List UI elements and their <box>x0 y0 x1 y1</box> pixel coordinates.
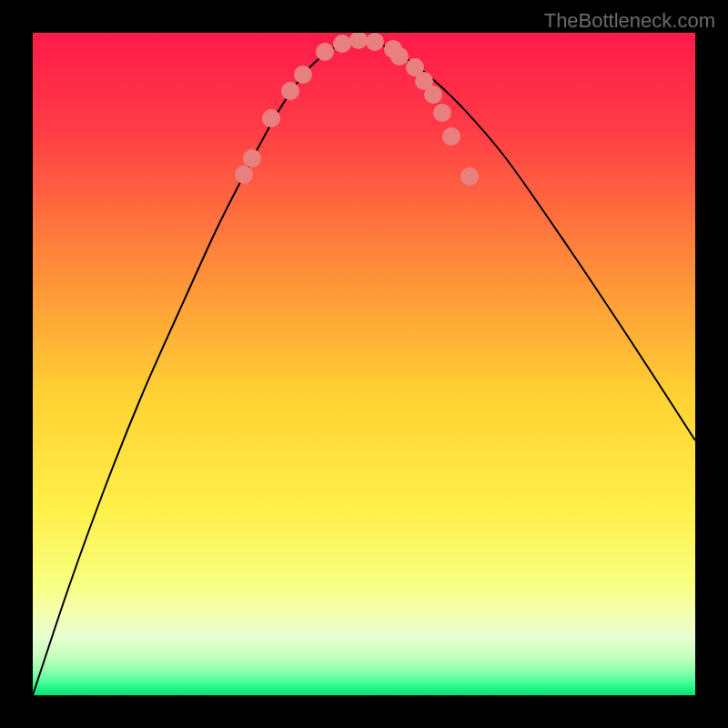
data-marker <box>316 43 334 61</box>
chart-container: TheBottleneck.com <box>0 0 728 728</box>
data-marker <box>424 86 442 104</box>
curve-series <box>33 40 695 695</box>
marker-series <box>235 33 479 186</box>
data-marker <box>390 47 409 66</box>
data-marker <box>281 82 299 100</box>
data-marker <box>460 167 479 186</box>
chart-svg <box>33 33 695 695</box>
data-marker <box>262 109 280 127</box>
data-marker <box>333 35 351 53</box>
data-marker <box>366 33 384 51</box>
bottleneck-curve-path <box>33 40 695 695</box>
plot-area <box>33 33 695 695</box>
data-marker <box>433 104 451 122</box>
watermark-text: TheBottleneck.com <box>544 9 715 33</box>
data-marker <box>294 66 312 84</box>
data-marker <box>349 33 368 49</box>
data-marker <box>243 149 261 167</box>
data-marker <box>235 166 253 184</box>
data-marker <box>442 127 460 146</box>
